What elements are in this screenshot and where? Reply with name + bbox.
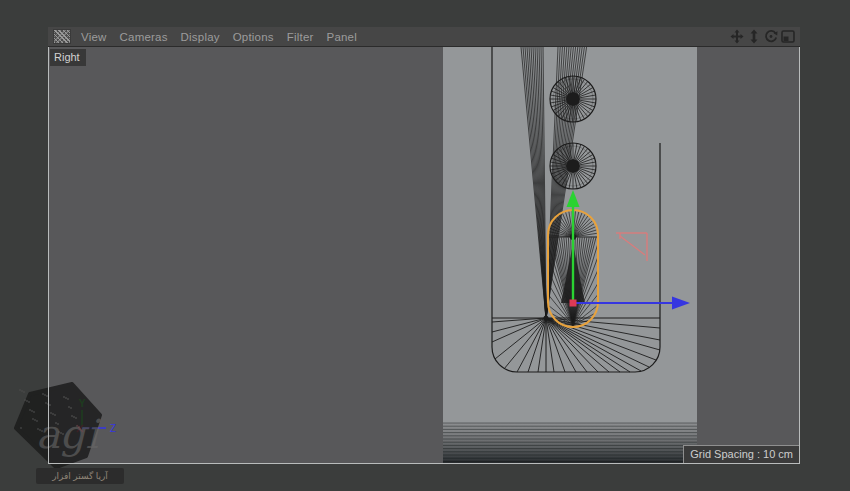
panel-grip-icon[interactable] xyxy=(53,29,71,44)
rotate-icon[interactable] xyxy=(764,29,778,44)
view-label-badge[interactable]: Right xyxy=(50,49,86,66)
menu-display[interactable]: Display xyxy=(181,31,220,43)
watermark-caption: آریا گستر افزار xyxy=(36,468,124,484)
pan-icon[interactable] xyxy=(730,29,744,44)
svg-text:Z: Z xyxy=(110,423,116,434)
menu-panel[interactable]: Panel xyxy=(327,31,357,43)
menu-view[interactable]: View xyxy=(81,31,107,43)
menu-filter[interactable]: Filter xyxy=(287,31,314,43)
zoom-icon[interactable] xyxy=(747,29,761,44)
viewport-right-view[interactable]: YZ Right Grid Spacing : 10 cm xyxy=(48,47,800,464)
application-window: View Cameras Display Options Filter Pane… xyxy=(0,0,850,491)
menu-cameras[interactable]: Cameras xyxy=(120,31,168,43)
grid-spacing-status: Grid Spacing : 10 cm xyxy=(683,445,799,463)
viewport-menubar: View Cameras Display Options Filter Pane… xyxy=(48,27,800,47)
svg-text:Y: Y xyxy=(79,398,86,409)
viewport-canvas[interactable]: YZ xyxy=(48,47,800,464)
menu-options[interactable]: Options xyxy=(233,31,274,43)
layout-toggle-icon[interactable] xyxy=(781,29,795,44)
